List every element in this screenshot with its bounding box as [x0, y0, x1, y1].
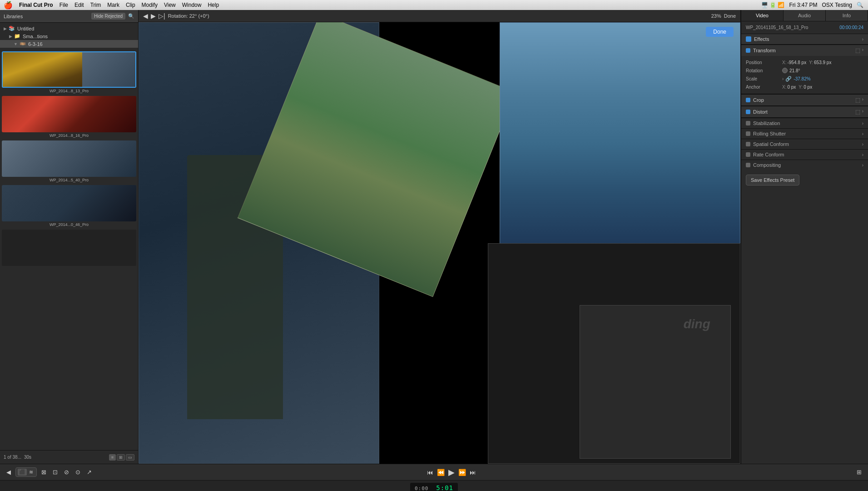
thumb-box-4[interactable]: [2, 185, 136, 221]
current-timecode: 5:01: [436, 484, 453, 491]
thumb-box-2[interactable]: [2, 96, 136, 132]
anchor-row: Anchor X:0 px Y:0 px: [746, 83, 863, 91]
menubar-right: 🖥️ 🔋 📶 Fri 3:47 PM OSX Testing 🔍: [761, 2, 863, 8]
tab-info[interactable]: Info: [826, 10, 868, 21]
tl-play-rev[interactable]: ⏪: [437, 469, 445, 476]
tl-view-group: ⬛ ≋: [15, 467, 37, 477]
tl-go-start[interactable]: ⏮: [427, 469, 433, 476]
lib-item-smartcollections[interactable]: ▶ 📁 Sma...tions: [0, 32, 138, 40]
menu-mark[interactable]: Mark: [107, 2, 119, 8]
apple-menu[interactable]: 🍎: [4, 1, 13, 10]
view-btn[interactable]: Done: [724, 13, 736, 19]
file-info: WP_20141105_16_58_13_Pro 00:00:00:24: [741, 21, 868, 34]
list-view-btn[interactable]: ≡: [109, 454, 116, 461]
stabilization-section[interactable]: Stabilization ›: [741, 118, 868, 128]
menu-trim[interactable]: Trim: [90, 2, 101, 8]
lib-search-icon[interactable]: 🔍: [128, 13, 134, 19]
scale-collapse-btn[interactable]: ›: [782, 76, 784, 81]
menu-modify[interactable]: Modify: [142, 2, 158, 8]
thumb-label-4: WP_2014...0_46_Pro: [2, 222, 136, 227]
lib-item-label: 6-3-16: [28, 41, 43, 47]
menu-view[interactable]: View: [164, 2, 176, 8]
scale-value[interactable]: -37.82%: [794, 76, 810, 81]
thumb-box-3[interactable]: [2, 140, 136, 177]
inspector-content: Effects › Transform ⬚ › Position: [741, 34, 868, 464]
rate-conform-section[interactable]: Rate Conform ›: [741, 149, 868, 160]
anchor-values: X:0 px Y:0 px: [782, 85, 812, 90]
menu-file[interactable]: File: [60, 2, 68, 8]
bottom-area: ◀ ⬛ ≋ ⊠ ⊡ ⊘ ⊙ ↗ ⏮ ⏪ ▶ ⏩ ⏭ ⊞ 0:00 5:01: [0, 464, 868, 491]
lib-item-event[interactable]: ▼ 🎞️ 6-3-16: [0, 40, 138, 48]
lib-count: 1 of 38...: [4, 455, 21, 460]
tl-go-end[interactable]: ⏭: [470, 469, 476, 476]
compositing-label: Compositing: [753, 162, 862, 168]
menu-clip[interactable]: Clip: [126, 2, 135, 8]
compositing-section[interactable]: Compositing ›: [741, 160, 868, 170]
expand-icon: ›: [862, 37, 863, 42]
hide-rejected-button[interactable]: Hide Rejected: [91, 13, 125, 20]
search-icon[interactable]: 🔍: [857, 2, 863, 8]
folder-icon: 📁: [14, 33, 20, 39]
tab-video[interactable]: Video: [741, 10, 784, 21]
anchor-y-val[interactable]: 0 px: [804, 85, 812, 90]
rate-conform-icon: [746, 152, 750, 157]
transform-keyframe-btn[interactable]: ⬚: [855, 47, 860, 54]
menu-edit[interactable]: Edit: [74, 2, 84, 8]
stabilization-icon: [746, 121, 750, 125]
tl-play[interactable]: ▶: [448, 467, 455, 477]
file-timecode: 00:00:00:24: [839, 25, 863, 30]
lib-view-buttons: ≡ ⊞ ▭: [109, 454, 134, 461]
timecode-bar: 0:00 5:01: [0, 481, 868, 491]
tl-tool5[interactable]: ↗: [85, 468, 94, 476]
rotation-value[interactable]: 21.8°: [789, 68, 863, 73]
thumb-box-5[interactable]: [2, 230, 136, 266]
crop-header[interactable]: Crop ⬚ ›: [741, 94, 868, 105]
tl-filmstrip-btn[interactable]: ⬛: [18, 469, 27, 476]
filmstrip-view-btn[interactable]: ▭: [126, 454, 134, 461]
thumbnail-2[interactable]: WP_2014...8_16_Pro: [2, 96, 136, 138]
distort-header[interactable]: Distort ⬚ ›: [741, 106, 868, 117]
menu-window[interactable]: Window: [182, 2, 202, 8]
anchor-y: Y:0 px: [799, 85, 812, 90]
tl-right-tool1[interactable]: ⊞: [855, 468, 863, 476]
rolling-shutter-label: Rolling Shutter: [753, 131, 862, 136]
tl-play-fwd[interactable]: ⏩: [458, 469, 466, 476]
file-name: WP_20141105_16_58_13_Pro: [746, 25, 808, 30]
tl-waveform-btn[interactable]: ≋: [28, 469, 35, 476]
preview-done-button[interactable]: Done: [706, 27, 734, 37]
scale-controls: › 🔗 -37.82%: [782, 76, 811, 82]
tl-back-btn[interactable]: ◀: [5, 468, 13, 476]
crop-btn[interactable]: ⬚: [855, 97, 860, 103]
rotation-dial[interactable]: [782, 68, 788, 73]
pos-y-value[interactable]: 653.9 px: [814, 60, 831, 65]
distort-btn[interactable]: ⬚: [855, 109, 860, 115]
lib-tree: ▶ 📚 Untitled ▶ 📁 Sma...tions ▼ 🎞️ 6-3-16: [0, 23, 138, 50]
lib-item-label: Untitled: [17, 26, 34, 31]
preview-canvas: ding Done: [139, 22, 740, 464]
thumbnail-4[interactable]: WP_2014...0_46_Pro: [2, 185, 136, 227]
thumbnail-3[interactable]: WP_2014...5_40_Pro: [2, 140, 136, 182]
thumbnail-5[interactable]: [2, 230, 136, 266]
menu-app-name[interactable]: Final Cut Pro: [19, 2, 53, 8]
rolling-shutter-section[interactable]: Rolling Shutter ›: [741, 128, 868, 139]
pos-x-value[interactable]: -954.8 px: [787, 60, 806, 65]
anchor-x-val[interactable]: 0 px: [787, 85, 796, 90]
thumb-box-1[interactable]: [2, 51, 136, 88]
prev-back-btn[interactable]: ◀: [143, 12, 148, 20]
effects-header[interactable]: Effects ›: [741, 34, 868, 44]
thumbnail-1[interactable]: WP_2014...8_13_Pro: [2, 51, 136, 93]
grid-view-btn[interactable]: ⊞: [117, 454, 125, 461]
prev-next-btn[interactable]: ▷|: [159, 12, 165, 20]
tl-tool3[interactable]: ⊘: [62, 468, 71, 476]
tl-tool2[interactable]: ⊡: [51, 468, 60, 476]
transform-header[interactable]: Transform ⬚ ›: [741, 45, 868, 56]
tl-tool4[interactable]: ⊙: [74, 468, 82, 476]
menu-help[interactable]: Help: [208, 2, 219, 8]
spatial-conform-section[interactable]: Spatial Conform ›: [741, 139, 868, 149]
save-effects-button[interactable]: Save Effects Preset: [746, 175, 799, 185]
tab-audio[interactable]: Audio: [784, 10, 826, 21]
lib-item-untitled[interactable]: ▶ 📚 Untitled: [0, 25, 138, 32]
prev-forward-btn[interactable]: ▶: [151, 12, 156, 20]
tl-tool1[interactable]: ⊠: [40, 468, 48, 476]
position-values: X:-954.8 px Y:653.9 px: [782, 60, 831, 65]
